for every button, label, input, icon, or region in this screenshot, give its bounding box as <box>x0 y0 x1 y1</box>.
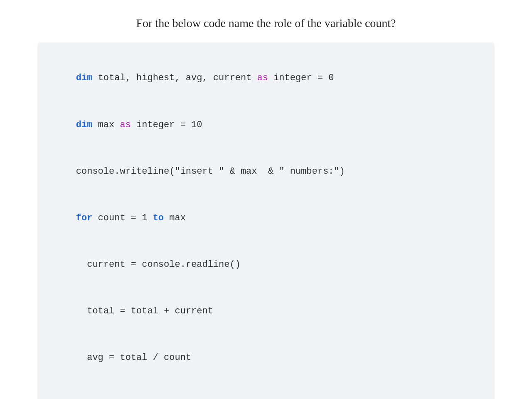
code-line-5: current = console.readline() <box>54 241 478 288</box>
question-title: For the below code name the role of the … <box>136 17 396 30</box>
code-text: max <box>164 213 186 223</box>
code-line-1: dim total, highest, avg, current as inte… <box>54 55 478 101</box>
code-text: current = console.readline() <box>76 259 241 270</box>
code-text: total = total + current <box>76 306 213 316</box>
code-text: count = 1 <box>92 213 153 223</box>
keyword-dim-2: dim <box>76 120 93 130</box>
code-text: integer = 10 <box>131 120 202 130</box>
keyword-for: for <box>76 213 93 223</box>
keyword-to: to <box>153 213 164 223</box>
code-text: max <box>92 120 120 130</box>
code-text: total, highest, avg, current <box>92 73 257 83</box>
code-text: avg = total / count <box>76 352 191 363</box>
keyword-as-2: as <box>120 120 131 130</box>
code-text: console.writeline("insert " & max & " nu… <box>76 166 345 177</box>
code-line-3: console.writeline("insert " & max & " nu… <box>54 148 478 195</box>
code-line-6: total = total + current <box>54 288 478 335</box>
keyword-as-1: as <box>257 73 268 83</box>
code-line-7: avg = total / count <box>54 335 478 381</box>
code-text: integer = 0 <box>268 73 334 83</box>
code-line-2: dim max as integer = 10 <box>54 101 478 148</box>
code-line-4: for count = 1 to max <box>54 195 478 241</box>
code-block: dim total, highest, avg, current as inte… <box>37 42 495 399</box>
code-line-8: if current > highest then <box>54 381 478 399</box>
keyword-dim-1: dim <box>76 73 93 83</box>
